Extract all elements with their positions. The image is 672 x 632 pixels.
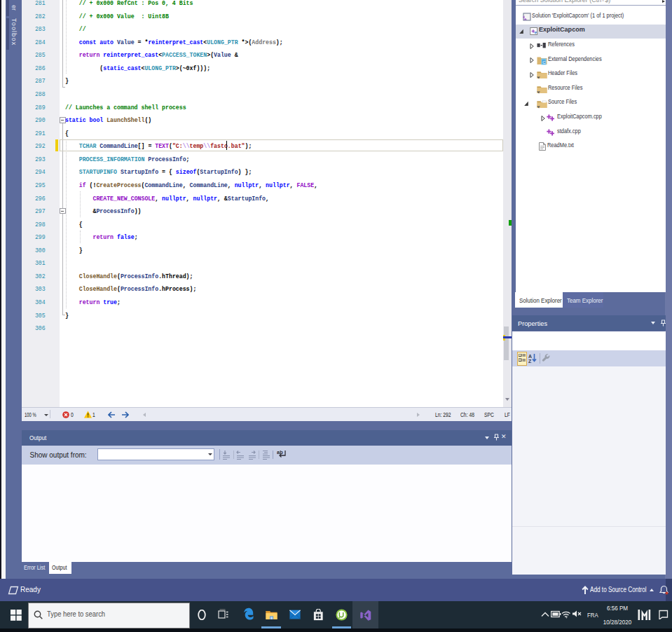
svg-text:Z: Z: [528, 359, 532, 364]
svg-text:C: C: [542, 60, 546, 64]
svg-text:A: A: [528, 354, 532, 359]
